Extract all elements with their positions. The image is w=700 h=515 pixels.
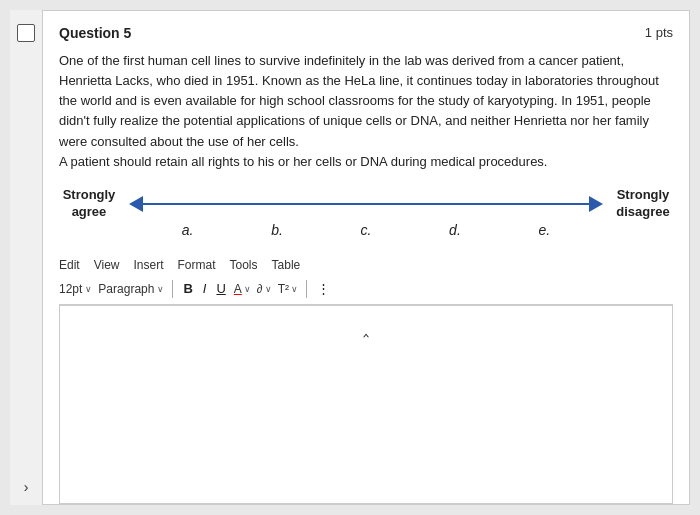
scale-label-left: Strongly agree: [59, 187, 119, 221]
highlight-button[interactable]: ∂ ∨: [257, 282, 272, 296]
question-body: One of the first human cell lines to sur…: [59, 51, 673, 172]
scale-letter-e[interactable]: e.: [538, 222, 550, 238]
font-color-label: A: [234, 282, 242, 296]
menu-tools[interactable]: Tools: [230, 258, 258, 272]
superscript-arrow: ∨: [291, 284, 298, 294]
paragraph-value: Paragraph: [98, 282, 154, 296]
main-content: Question 5 1 pts One of the first human …: [42, 10, 690, 505]
highlight-label: ∂: [257, 282, 263, 296]
scale-letters-row: a. b. c. d. e.: [59, 222, 673, 238]
toolbar-divider-1: [172, 280, 173, 298]
scale-section: Strongly agree Strongly disagree a. b.: [59, 186, 673, 238]
menu-insert[interactable]: Insert: [133, 258, 163, 272]
font-size-value: 12pt: [59, 282, 82, 296]
paragraph-select[interactable]: Paragraph ∨: [98, 282, 164, 296]
superscript-label: T²: [278, 282, 289, 296]
scale-letter-b[interactable]: b.: [271, 222, 283, 238]
font-size-select[interactable]: 12pt ∨: [59, 282, 92, 296]
italic-button[interactable]: I: [201, 280, 209, 297]
arrow-head-right-icon: [589, 196, 603, 212]
menu-format[interactable]: Format: [178, 258, 216, 272]
points-badge: 1 pts: [645, 25, 673, 40]
page-container: › Question 5 1 pts One of the first huma…: [10, 10, 690, 505]
bold-button[interactable]: B: [181, 280, 194, 297]
editor-text-area[interactable]: ‸: [59, 305, 673, 504]
superscript-button[interactable]: T² ∨: [278, 282, 298, 296]
scale-row: Strongly agree Strongly disagree: [59, 186, 673, 222]
underline-button[interactable]: U: [214, 280, 227, 297]
scale-letter-a[interactable]: a.: [182, 222, 194, 238]
left-sidebar: ›: [10, 10, 42, 505]
question-header: Question 5 1 pts: [59, 25, 673, 41]
scale-label-right: Strongly disagree: [613, 187, 673, 221]
font-color-button[interactable]: A ∨: [234, 282, 251, 296]
scale-arrow-line: [133, 203, 599, 205]
menu-edit[interactable]: Edit: [59, 258, 80, 272]
font-color-arrow: ∨: [244, 284, 251, 294]
highlight-arrow: ∨: [265, 284, 272, 294]
toolbar-divider-2: [306, 280, 307, 298]
scale-arrow-container: [123, 186, 609, 222]
scale-letter-d[interactable]: d.: [449, 222, 461, 238]
editor-menu-bar: Edit View Insert Format Tools Table: [59, 252, 673, 276]
editor-format-toolbar: 12pt ∨ Paragraph ∨ B I U A ∨ ∂ ∨ T² ∨: [59, 276, 673, 305]
menu-table[interactable]: Table: [272, 258, 301, 272]
menu-view[interactable]: View: [94, 258, 120, 272]
nav-arrow-left[interactable]: ›: [24, 479, 29, 495]
more-options-button[interactable]: ⋮: [315, 280, 332, 297]
font-size-chevron: ∨: [85, 284, 92, 294]
letters-row-inner: a. b. c. d. e.: [123, 222, 609, 238]
text-cursor-icon: ‸: [363, 316, 369, 338]
question-title: Question 5: [59, 25, 131, 41]
paragraph-chevron: ∨: [157, 284, 164, 294]
scale-letter-c[interactable]: c.: [361, 222, 372, 238]
checkbox-icon[interactable]: [17, 24, 35, 42]
